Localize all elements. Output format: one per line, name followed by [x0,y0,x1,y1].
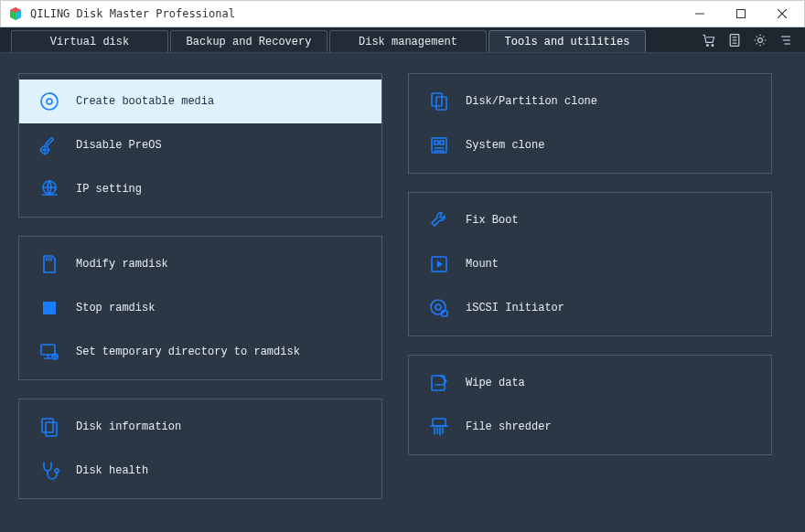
panel-clone-tools: Disk/Partition clone System clone [408,73,772,174]
play-icon [427,252,451,276]
svg-point-10 [758,37,763,42]
tab-label: Disk management [359,36,457,48]
svg-point-4 [706,44,708,46]
shredder-icon [427,415,451,439]
item-label: Disk health [76,464,148,477]
item-disk-health[interactable]: Disk health [19,449,381,493]
svg-point-30 [55,469,59,473]
item-label: IP setting [76,183,142,196]
item-label: Create bootable media [76,95,214,108]
system-clone-icon [427,133,451,157]
panel-wipe-tools: Wipe data File shredder [408,355,772,455]
wrench-icon [427,208,451,232]
item-create-bootable-media[interactable]: Create bootable media [19,80,381,123]
svg-rect-34 [435,141,438,144]
tab-disk-management[interactable]: Disk management [329,30,487,52]
stethoscope-icon [38,459,61,483]
svg-rect-1 [736,10,745,18]
tab-label: Backup and Recovery [187,36,312,48]
item-mount[interactable]: Mount [409,242,771,286]
stop-icon [38,296,61,320]
item-label: Wipe data [466,377,525,389]
item-label: Mount [466,258,499,271]
tab-label: Tools and utilities [505,36,630,48]
item-iscsi-initiator[interactable]: iSCSI Initiator [409,286,771,330]
svg-rect-35 [440,141,444,144]
svg-rect-29 [46,422,57,436]
sdcard-icon [38,252,61,276]
item-file-shredder[interactable]: File shredder [409,405,771,449]
settings-icon[interactable] [752,32,768,48]
tab-backup-recovery[interactable]: Backup and Recovery [170,30,327,52]
item-label: File shredder [466,420,552,433]
tab-strip: Virtual disk Backup and Recovery Disk ma… [0,27,805,53]
window-title: QILING Disk Master Professional [30,7,235,20]
cart-icon[interactable] [701,32,717,48]
clone-icon [427,90,451,113]
close-button[interactable] [761,1,802,27]
disk-info-icon [38,415,61,439]
gear-wrench-icon [38,133,61,157]
svg-point-17 [44,149,47,152]
item-label: Set temporary directory to ramdisk [76,346,300,358]
item-label: System clone [466,139,544,152]
tab-tools-utilities[interactable]: Tools and utilities [488,30,646,52]
item-modify-ramdisk[interactable]: Modify ramdisk [19,242,381,286]
item-label: Disk/Partition clone [466,95,597,108]
item-ip-setting[interactable]: IP setting [19,167,381,211]
item-set-temp-directory-ramdisk[interactable]: Set temporary directory to ramdisk [19,330,381,374]
item-label: Modify ramdisk [76,258,168,271]
left-column: Create bootable media Disable PreOS IP s… [18,73,382,514]
panel-boot-tools: Create bootable media Disable PreOS IP s… [18,73,382,218]
minimize-button[interactable] [679,1,720,27]
right-column: Disk/Partition clone System clone Fix Bo… [408,73,772,514]
item-stop-ramdisk[interactable]: Stop ramdisk [19,286,381,330]
item-system-clone[interactable]: System clone [409,123,771,167]
item-disk-information[interactable]: Disk information [19,405,381,449]
disc-icon [38,90,61,113]
log-icon[interactable] [726,32,743,48]
item-label: Stop ramdisk [76,302,155,314]
panel-disk-info: Disk information Disk health [18,399,382,499]
svg-rect-28 [42,419,53,432]
app-logo-icon [8,6,23,21]
svg-rect-23 [41,345,55,355]
item-wipe-data[interactable]: Wipe data [409,361,771,405]
svg-point-27 [54,356,56,357]
svg-rect-44 [433,419,445,426]
toolbar-icons [701,27,805,52]
iscsi-icon [427,296,451,320]
item-disk-partition-clone[interactable]: Disk/Partition clone [409,80,771,123]
content-area: Create bootable media Disable PreOS IP s… [0,53,805,532]
tab-virtual-disk[interactable]: Virtual disk [11,30,168,52]
globe-icon [38,177,61,201]
title-bar: QILING Disk Master Professional [0,0,805,27]
item-label: iSCSI Initiator [466,302,564,314]
wipe-icon [427,371,451,395]
item-label: Disable PreOS [76,139,162,152]
maximize-button[interactable] [720,1,761,27]
item-label: Disk information [76,420,181,433]
item-label: Fix Boot [466,214,519,227]
panel-boot-mount-tools: Fix Boot Mount iSCSI Initiator [408,192,772,336]
svg-point-40 [435,304,441,310]
menu-icon[interactable] [778,32,794,48]
item-fix-boot[interactable]: Fix Boot [409,198,771,242]
svg-point-15 [47,99,52,104]
panel-ramdisk-tools: Modify ramdisk Stop ramdisk Set temporar… [18,236,382,380]
monitor-gear-icon [38,340,61,364]
svg-rect-22 [43,302,56,314]
tab-label: Virtual disk [50,36,129,48]
svg-point-39 [431,300,445,314]
svg-point-5 [712,44,714,46]
item-disable-preos[interactable]: Disable PreOS [19,123,381,167]
